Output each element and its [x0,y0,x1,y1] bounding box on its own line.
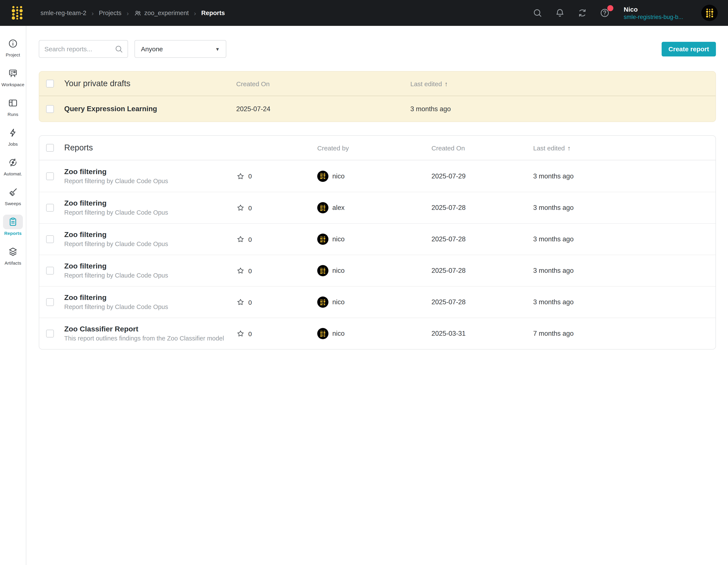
sidebar-item-project[interactable]: Project [1,36,25,57]
star-icon [237,267,244,275]
star-icon [237,204,244,212]
search-icon [115,45,123,53]
report-subtitle: Report filtering by Claude Code Opus [64,272,237,280]
star-button[interactable]: 0 [237,330,317,337]
private-drafts-panel: Your private drafts Created On Last edit… [39,71,716,122]
report-row-checkbox[interactable] [46,330,54,337]
star-count: 0 [248,172,252,180]
sidebar-item-label: Project [6,52,20,57]
report-title-link[interactable]: Zoo Classifier Report [64,325,237,334]
draft-title-link[interactable]: Query Expression Learning [64,105,236,113]
star-button[interactable]: 0 [237,204,317,212]
sidebar-item-runs[interactable]: Runs [1,96,25,117]
report-title-link[interactable]: Zoo filtering [64,262,237,271]
author-avatar [317,328,328,339]
sort-ascending-icon: ↑ [567,144,571,151]
report-author[interactable]: nico [317,170,431,182]
notifications-bell-icon[interactable] [555,8,565,18]
report-row-checkbox[interactable] [46,267,54,275]
report-created-on: 2025-07-29 [431,172,533,180]
author-name: nico [332,298,345,306]
report-author[interactable]: alex [317,202,431,213]
user-menu[interactable]: Nico smle-registries-bug-b... [624,5,696,21]
app-window: smle-reg-team-2 › Projects › zoo_experim… [0,0,728,565]
sidebar-item-jobs[interactable]: Jobs [1,125,25,147]
star-icon [237,172,244,180]
report-author[interactable]: nico [317,297,431,308]
draft-row[interactable]: Query Expression Learning 2025-07-24 3 m… [39,96,716,122]
runs-table-icon [8,98,18,108]
search-input[interactable] [44,45,115,53]
star-count: 0 [248,267,252,274]
refresh-icon[interactable] [577,8,587,18]
report-created-on: 2025-07-28 [431,267,533,275]
report-row[interactable]: Zoo Classifier Report This report outlin… [39,318,716,349]
search-icon[interactable] [532,8,543,18]
draft-created-on: 2025-07-24 [236,105,410,113]
star-button[interactable]: 0 [237,267,317,275]
sidebar-item-sweeps[interactable]: Sweeps [1,185,25,206]
breadcrumb-project[interactable]: zoo_experiment [134,9,189,17]
report-last-edited: 3 months ago [533,267,709,275]
reports-last-edited-header[interactable]: Last edited↑ [533,144,709,151]
report-author[interactable]: nico [317,234,431,245]
report-row[interactable]: Zoo filtering Report filtering by Claude… [39,255,716,286]
report-subtitle: Report filtering by Claude Code Opus [64,209,237,217]
report-row[interactable]: Zoo filtering Report filtering by Claude… [39,192,716,223]
user-team-link[interactable]: smle-registries-bug-b... [624,13,696,21]
report-title-link[interactable]: Zoo filtering [64,293,237,302]
report-row-checkbox[interactable] [46,204,54,212]
create-report-button[interactable]: Create report [662,42,716,56]
breadcrumb-team[interactable]: smle-reg-team-2 [41,9,86,16]
author-avatar [317,265,328,276]
wandb-logo-icon[interactable] [10,5,24,21]
report-row[interactable]: Zoo filtering Report filtering by Claude… [39,286,716,318]
star-icon [237,235,244,243]
report-last-edited: 3 months ago [533,298,709,306]
report-created-on: 2025-07-28 [431,235,533,243]
drafts-last-edited-header[interactable]: Last edited↑ [410,80,709,87]
report-row[interactable]: Zoo filtering Report filtering by Claude… [39,223,716,255]
draft-row-checkbox[interactable] [46,105,54,113]
sidebar-item-automations[interactable]: Automat. [1,155,25,176]
reports-panel-title: Reports [64,143,237,153]
report-created-on: 2025-07-28 [431,204,533,212]
report-author[interactable]: nico [317,328,431,339]
select-all-drafts-checkbox[interactable] [46,80,54,87]
star-button[interactable]: 0 [237,235,317,243]
breadcrumb-separator: › [92,9,94,17]
breadcrumb-current-page[interactable]: Reports [201,9,225,16]
sidebar-item-artifacts[interactable]: Artifacts [1,244,25,265]
report-subtitle: Report filtering by Claude Code Opus [64,240,237,248]
breadcrumb-separator: › [127,9,129,17]
user-avatar[interactable] [701,5,718,21]
star-count: 0 [248,298,252,306]
author-filter-value: Anyone [141,45,163,53]
help-icon[interactable] [600,8,610,18]
select-all-reports-checkbox[interactable] [46,144,54,152]
star-button[interactable]: 0 [237,172,317,180]
report-row-checkbox[interactable] [46,235,54,243]
star-button[interactable]: 0 [237,298,317,306]
breadcrumb-projects[interactable]: Projects [99,9,122,16]
report-title-link[interactable]: Zoo filtering [64,167,237,176]
author-filter-dropdown[interactable]: Anyone ▼ [134,40,226,58]
report-last-edited: 7 months ago [533,330,709,337]
report-row-checkbox[interactable] [46,298,54,306]
report-last-edited: 3 months ago [533,172,709,180]
search-reports-field[interactable] [39,40,128,58]
report-subtitle: Report filtering by Claude Code Opus [64,303,237,311]
report-author[interactable]: nico [317,265,431,276]
report-row[interactable]: Zoo filtering Report filtering by Claude… [39,160,716,192]
nav-actions: Nico smle-registries-bug-b... [520,5,718,21]
report-row-checkbox[interactable] [46,172,54,180]
report-title-link[interactable]: Zoo filtering [64,199,237,208]
project-info-icon [8,38,18,49]
sidebar-item-label: Jobs [8,141,18,147]
sidebar-item-workspace[interactable]: Workspace [1,66,25,87]
report-title-link[interactable]: Zoo filtering [64,230,237,239]
star-count: 0 [248,204,252,211]
report-created-on: 2025-03-31 [431,330,533,337]
sidebar-item-reports[interactable]: Reports [1,215,25,236]
drafts-created-on-header: Created On [236,80,410,87]
